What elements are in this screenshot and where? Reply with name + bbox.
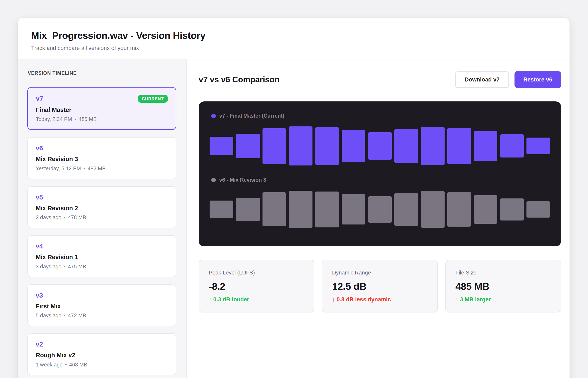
version-size: 475 MB bbox=[68, 264, 86, 270]
stat-card: File Size 485 MB ↑ 3 MB larger bbox=[445, 260, 561, 312]
stat-delta: ↑ 3 MB larger bbox=[455, 296, 551, 303]
version-size: 472 MB bbox=[68, 312, 86, 319]
version-size: 482 MB bbox=[88, 165, 106, 172]
v7-legend-dot-icon bbox=[211, 114, 216, 118]
up-arrow-icon: ↑ bbox=[455, 296, 458, 303]
waveform-bar-v6-12 bbox=[500, 198, 524, 220]
version-id: v5 bbox=[36, 194, 43, 201]
waveform-bar-v6-13 bbox=[526, 201, 550, 217]
waveform-bar-v6-11 bbox=[474, 195, 497, 224]
waveform-bar-v6-1 bbox=[210, 201, 233, 218]
stat-value: 485 MB bbox=[455, 281, 551, 292]
waveform-v6 bbox=[210, 190, 550, 228]
download-v7-button[interactable]: Download v7 bbox=[455, 71, 509, 88]
version-timeline-heading: VERSION TIMELINE bbox=[28, 70, 176, 76]
stat-value: 12.5 dB bbox=[332, 281, 428, 292]
waveform-bar-v6-5 bbox=[315, 191, 339, 228]
stat-delta: ↓ 0.8 dB less dynamic bbox=[332, 296, 428, 303]
version-name: Mix Revision 2 bbox=[36, 205, 168, 212]
waveform-bar-v7-11 bbox=[474, 131, 497, 161]
waveform-bar-v6-7 bbox=[368, 196, 392, 223]
stat-label: Dynamic Range bbox=[332, 270, 428, 276]
dot-separator-icon: • bbox=[64, 313, 66, 318]
version-card-v5[interactable]: v5 Mix Revision 2 2 days ago • 478 MB bbox=[27, 186, 176, 228]
version-name: Mix Revision 1 bbox=[36, 254, 168, 261]
version-id: v4 bbox=[36, 243, 43, 250]
v6-legend-dot-icon bbox=[211, 178, 216, 182]
current-badge: CURRENT bbox=[138, 95, 168, 103]
dot-separator-icon: • bbox=[83, 166, 85, 171]
waveform-bar-v7-8 bbox=[394, 129, 418, 163]
stat-delta-text: 0.3 dB louder bbox=[213, 296, 249, 303]
waveform-bar-v7-7 bbox=[368, 132, 392, 160]
waveform-bar-v6-3 bbox=[263, 192, 286, 226]
v7-legend-label: v7 - Final Master (Current) bbox=[219, 113, 284, 119]
dot-separator-icon: • bbox=[75, 117, 76, 122]
version-name: First Mix bbox=[36, 303, 168, 310]
waveform-bar-v7-6 bbox=[342, 130, 365, 162]
stat-label: Peak Level (LUFS) bbox=[209, 270, 304, 276]
version-card-v3[interactable]: v3 First Mix 5 days ago • 472 MB bbox=[27, 284, 176, 326]
dot-separator-icon: • bbox=[64, 264, 66, 269]
dot-separator-icon: • bbox=[65, 362, 67, 367]
waveform-legend-v6: v6 - Mix Revision 3 bbox=[211, 177, 550, 183]
version-card-v2[interactable]: v2 Rough Mix v2 1 week ago • 468 MB bbox=[27, 333, 176, 375]
version-card-v7[interactable]: v7 CURRENT Final Master Today, 2:34 PM •… bbox=[27, 87, 176, 130]
waveform-bar-v7-13 bbox=[526, 137, 550, 154]
waveform-bar-v7-2 bbox=[236, 134, 260, 158]
version-meta: 2 days ago • 478 MB bbox=[36, 215, 168, 220]
version-meta: 3 days ago • 475 MB bbox=[36, 264, 168, 270]
version-time: 1 week ago bbox=[36, 362, 63, 368]
version-id: v2 bbox=[36, 341, 43, 348]
waveform-bar-v7-9 bbox=[421, 127, 445, 165]
stat-label: File Size bbox=[455, 270, 551, 276]
comparison-title: v7 vs v6 Comparison bbox=[199, 75, 279, 84]
up-arrow-icon: ↑ bbox=[209, 296, 212, 303]
header: Mix_Progression.wav - Version History Tr… bbox=[18, 18, 570, 59]
waveform-bar-v6-8 bbox=[394, 193, 418, 226]
version-size: 478 MB bbox=[68, 215, 86, 220]
comparison-panel: v7 vs v6 Comparison Download v7 Restore … bbox=[187, 59, 570, 378]
waveform-bar-v6-9 bbox=[421, 191, 445, 228]
version-size: 485 MB bbox=[79, 116, 97, 122]
waveform-v7 bbox=[210, 126, 550, 166]
stats-row: Peak Level (LUFS) -8.2 ↑ 0.3 dB louder D… bbox=[199, 260, 561, 312]
stat-delta: ↑ 0.3 dB louder bbox=[209, 296, 304, 303]
waveform-bar-v7-1 bbox=[210, 137, 233, 155]
waveform-bar-v7-4 bbox=[289, 126, 312, 165]
version-name: Final Master bbox=[36, 107, 168, 113]
version-time: 3 days ago bbox=[36, 264, 61, 270]
version-size: 468 MB bbox=[69, 362, 87, 368]
version-meta: Yesterday, 5:12 PM • 482 MB bbox=[36, 165, 168, 172]
waveform-bar-v6-6 bbox=[342, 194, 365, 225]
version-meta: 5 days ago • 472 MB bbox=[36, 312, 168, 319]
waveform-bar-v6-2 bbox=[236, 198, 260, 221]
stat-card: Dynamic Range 12.5 dB ↓ 0.8 dB less dyna… bbox=[322, 260, 438, 312]
waveform-bar-v7-10 bbox=[447, 128, 471, 164]
version-name: Mix Revision 3 bbox=[36, 156, 168, 162]
stat-delta-text: 0.8 dB less dynamic bbox=[337, 296, 391, 303]
version-list: v7 CURRENT Final Master Today, 2:34 PM •… bbox=[27, 87, 176, 375]
page-title: Mix_Progression.wav - Version History bbox=[31, 30, 556, 41]
version-time: Today, 2:34 PM bbox=[36, 116, 72, 122]
stat-value: -8.2 bbox=[209, 281, 304, 292]
dot-separator-icon: • bbox=[64, 215, 66, 220]
version-name: Rough Mix v2 bbox=[36, 352, 168, 359]
waveform-bar-v7-12 bbox=[500, 135, 524, 158]
version-timeline-sidebar: VERSION TIMELINE v7 CURRENT Final Master… bbox=[18, 59, 187, 378]
waveform-bar-v7-3 bbox=[263, 128, 286, 164]
version-id: v6 bbox=[36, 145, 43, 152]
waveform-bar-v6-10 bbox=[447, 192, 471, 227]
v6-legend-label: v6 - Mix Revision 3 bbox=[219, 177, 266, 183]
version-time: 2 days ago bbox=[36, 215, 61, 220]
version-meta: Today, 2:34 PM • 485 MB bbox=[36, 116, 168, 122]
version-card-v4[interactable]: v4 Mix Revision 1 3 days ago • 475 MB bbox=[27, 235, 176, 277]
restore-v6-button[interactable]: Restore v6 bbox=[514, 71, 561, 88]
version-time: Yesterday, 5:12 PM bbox=[36, 165, 81, 172]
stat-delta-text: 3 MB larger bbox=[460, 296, 491, 303]
version-card-v6[interactable]: v6 Mix Revision 3 Yesterday, 5:12 PM • 4… bbox=[27, 137, 176, 179]
waveform-bar-v6-4 bbox=[289, 191, 312, 228]
version-id: v7 bbox=[36, 95, 43, 102]
waveform-legend-v7: v7 - Final Master (Current) bbox=[211, 113, 550, 119]
version-id: v3 bbox=[36, 292, 43, 299]
